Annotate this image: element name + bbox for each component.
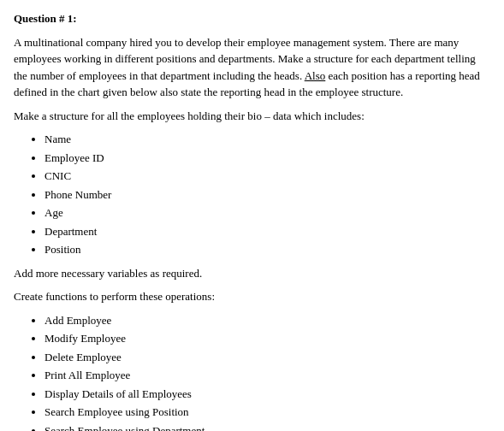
intro-also: Also <box>305 69 326 82</box>
bio-label: Make a structure for all the employees h… <box>14 108 490 125</box>
list-item: Department <box>44 223 490 240</box>
note-text: Add more necessary variables as required… <box>14 265 490 282</box>
list-item: Name <box>44 131 490 148</box>
list-item: Search Employee using Department <box>44 422 490 432</box>
list-item: Add Employee <box>44 312 490 329</box>
list-item: Employee ID <box>44 150 490 167</box>
list-item: CNIC <box>44 168 490 185</box>
list-item: Delete Employee <box>44 349 490 366</box>
list-item: Display Details of all Employees <box>44 386 490 403</box>
list-item: Phone Number <box>44 186 490 204</box>
question-heading: Question # 1: <box>14 10 490 27</box>
functions-list: Add EmployeeModify EmployeeDelete Employ… <box>44 312 490 432</box>
list-item: Search Employee using Position <box>44 404 490 421</box>
list-item: Age <box>44 204 490 221</box>
functions-label: Create functions to perform these operat… <box>14 288 490 305</box>
bio-list: NameEmployee IDCNICPhone NumberAgeDepart… <box>44 131 490 258</box>
intro-paragraph: A multinational company hired you to dev… <box>14 34 490 101</box>
list-item: Modify Employee <box>44 330 490 347</box>
list-item: Print All Employee <box>44 367 490 384</box>
list-item: Position <box>44 241 490 258</box>
